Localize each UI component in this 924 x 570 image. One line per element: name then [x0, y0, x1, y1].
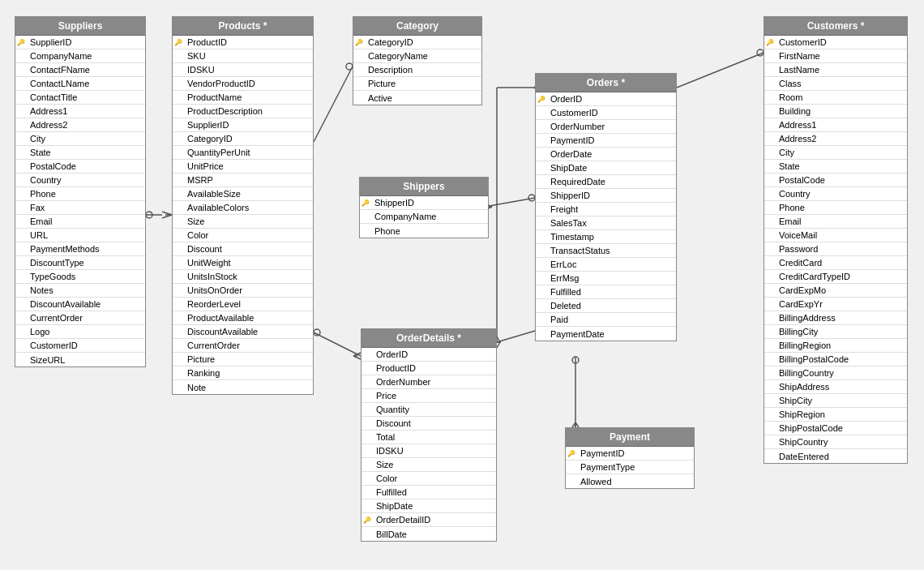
table-orders: Orders *🔑OrderIDCustomerIDOrderNumberPay… [535, 73, 677, 341]
field-name: ShipperID [373, 198, 414, 208]
field-name: City [777, 148, 794, 157]
field-name: CompanyName [373, 212, 436, 221]
field-name: Address2 [777, 134, 816, 144]
field-name: DiscountAvailable [186, 327, 258, 336]
table-row: 🔑CategoryID [353, 36, 481, 49]
field-name: Description [366, 65, 413, 75]
table-row: UnitPrice [173, 160, 313, 174]
table-row: Notes [15, 284, 145, 298]
table-row: Size [173, 215, 313, 229]
field-name: ErrMsg [549, 273, 579, 283]
field-name: DiscountType [28, 258, 84, 268]
table-row: PaymentMethods [15, 242, 145, 256]
field-name: PaymentID [549, 135, 594, 145]
field-name: Size [374, 460, 393, 469]
field-name: Address1 [28, 106, 67, 116]
field-name: URL [28, 230, 48, 240]
field-name: ContactLName [28, 79, 89, 88]
field-name: DateEntered [777, 452, 829, 461]
table-row: OrderDate [536, 148, 676, 161]
table-row: 🔑OrderDetailID [361, 513, 496, 527]
field-name: BillingCountry [777, 368, 834, 378]
table-row: IDSKU [173, 63, 313, 77]
table-row: CustomerID [536, 106, 676, 120]
field-name: RequiredDate [549, 177, 605, 186]
table-row: PostalCode [15, 160, 145, 174]
field-name: ContactTitle [28, 92, 77, 102]
table-header-category: Category [353, 17, 481, 36]
field-name: BillingRegion [777, 341, 831, 350]
table-row: TransactStatus [536, 244, 676, 258]
field-name: CompanyName [28, 51, 92, 61]
table-row: Paid [536, 313, 676, 327]
field-name: Allowed [579, 477, 612, 486]
table-customers: Customers *🔑CustomerIDFirstNameLastNameC… [764, 16, 908, 464]
table-header-payment: Payment [566, 428, 694, 447]
field-name: IDSKU [374, 446, 404, 456]
table-row: Class [764, 77, 907, 91]
svg-line-24 [497, 336, 500, 342]
table-row: SupplierID [173, 118, 313, 132]
field-name: Fulfilled [374, 487, 407, 497]
field-name: Deleted [549, 301, 581, 311]
table-row: OrderNumber [536, 120, 676, 134]
field-name: VoiceMail [777, 230, 817, 240]
svg-point-16 [757, 49, 764, 56]
table-row: SizeURL [15, 353, 145, 366]
table-row: BillingCountry [764, 366, 907, 380]
table-row: Deleted [536, 299, 676, 313]
table-row: Country [15, 174, 145, 187]
field-name: SKU [186, 51, 206, 61]
svg-line-30 [353, 353, 361, 356]
field-name: Paid [549, 315, 568, 324]
table-row: ShipPostalCode [764, 422, 907, 435]
field-name: OrderID [549, 94, 582, 104]
field-name: Notes [28, 285, 53, 295]
table-row: BillingRegion [764, 339, 907, 353]
table-row: TypeGoods [15, 270, 145, 284]
field-name: Color [374, 474, 397, 483]
svg-point-1 [146, 212, 152, 218]
field-name: Class [777, 79, 802, 88]
field-name: Discount [186, 244, 222, 254]
field-name: Picture [186, 354, 215, 364]
field-name: ShipperID [549, 191, 590, 200]
field-name: ErrLoc [549, 259, 576, 269]
table-row: Phone [764, 201, 907, 215]
field-name: CustomerID [777, 37, 827, 47]
field-name: Country [28, 175, 62, 185]
field-name: Timestamp [549, 232, 594, 242]
field-name: AvailableColors [186, 203, 249, 212]
table-row: Phone [15, 187, 145, 201]
field-name: Quantity [374, 405, 409, 414]
field-name: ProductDescription [186, 106, 263, 116]
field-name: ProductID [186, 37, 227, 47]
table-header-orderdetails: OrderDetails * [361, 329, 496, 348]
table-row: Size [361, 458, 496, 472]
field-name: QuantityPerUnit [186, 148, 250, 157]
table-row: CardExpMo [764, 284, 907, 298]
primary-key-icon: 🔑 [361, 199, 373, 207]
field-name: State [777, 161, 800, 171]
field-name: ProductID [374, 363, 416, 373]
field-name: State [28, 148, 51, 157]
table-row: MSRP [173, 174, 313, 187]
table-row: ShipDate [536, 161, 676, 175]
table-row: Active [353, 91, 481, 105]
table-row: ShipAddress [764, 380, 907, 394]
table-payment: Payment🔑PaymentIDPaymentTypeAllowed [565, 427, 695, 489]
table-row: PostalCode [764, 174, 907, 187]
table-row: SKU [173, 49, 313, 63]
field-name: Phone [373, 226, 400, 236]
table-row: Price [361, 389, 496, 403]
field-name: Fulfilled [549, 287, 581, 297]
table-row: Address2 [15, 118, 145, 132]
table-row: Ranking [173, 366, 313, 380]
field-name: PaymentMethods [28, 244, 100, 254]
field-name: Email [777, 216, 802, 226]
table-row: Freight [536, 203, 676, 216]
field-name: OrderDetailID [374, 515, 430, 525]
table-row: 🔑SupplierID [15, 36, 145, 49]
table-row: CurrentOrder [173, 339, 313, 353]
field-name: BillingPostalCode [777, 354, 849, 364]
